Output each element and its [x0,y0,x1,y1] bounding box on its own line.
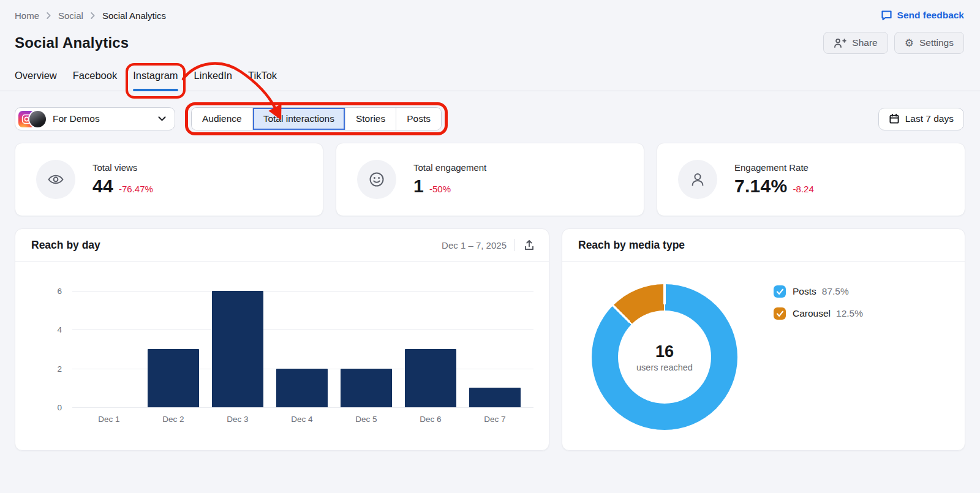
active-tab-underline [133,89,178,91]
report-segments-wrap: Audience Total interactions Stories Post… [191,107,442,130]
breadcrumb: Home Social Social Analytics [15,10,166,21]
checkbox-checked-icon[interactable] [774,307,786,320]
kpi-card-engagement-rate: Engagement Rate 7.14% -8.24 [657,143,965,216]
eye-icon [36,160,75,199]
chevron-down-icon [158,116,166,121]
reach-by-media-header: Reach by media type [562,229,965,262]
y-axis-tick: 0 [36,403,62,412]
bar-dec-5 [341,369,392,407]
title-row: Social Analytics Share ⚙ Settings [0,21,980,54]
y-axis-tick: 6 [36,287,62,296]
page-title: Social Analytics [15,34,129,51]
share-button[interactable]: Share [823,32,888,54]
tab-linkedin[interactable]: LinkedIn [194,70,232,91]
calendar-icon [889,113,900,124]
bar-dec-4 [276,369,328,407]
legend-item-posts[interactable]: Posts 87.5% [774,285,863,298]
tab-overview[interactable]: Overview [15,70,57,91]
legend-percent: 87.5% [822,286,849,297]
top-bar: Home Social Social Analytics Send feedba… [0,0,980,21]
kpi-value: 7.14% [734,176,788,197]
reach-by-day-header: Reach by day Dec 1 – 7, 2025 [15,229,549,262]
tab-facebook[interactable]: Facebook [73,70,117,91]
x-axis-tick: Dec 3 [210,415,265,424]
reach-by-day-card: Reach by day Dec 1 – 7, 2025 0246Dec 1De… [15,228,549,451]
bar-dec-3 [212,291,263,407]
kpi-card-total-engagement: Total engagement 1 -50% [336,143,644,216]
kpi-delta: -76.47% [119,184,153,194]
x-axis-tick: Dec 1 [81,415,137,424]
gear-icon: ⚙ [905,38,914,48]
x-axis-tick: Dec 7 [467,415,522,424]
settings-button[interactable]: ⚙ Settings [894,32,964,54]
annotation-circle-instagram [126,63,185,99]
gridline [72,291,533,292]
title-actions: Share ⚙ Settings [823,32,964,54]
chart-date-range: Dec 1 – 7, 2025 [442,240,507,250]
chevron-right-icon [47,12,51,19]
person-icon [678,160,717,199]
date-range-button[interactable]: Last 7 days [878,108,964,130]
segment-audience[interactable]: Audience [192,108,252,130]
kpi-row: Total views 44 -76.47% Total engagement … [15,143,965,216]
tab-tiktok[interactable]: TikTok [248,70,277,91]
reach-by-media-card: Reach by media type 16 users reached Pos… [562,228,965,451]
profile-name: For Demos [53,113,100,124]
donut-legend: Posts 87.5% Carousel 12.5% [774,285,863,320]
checkbox-checked-icon[interactable] [774,285,786,298]
send-feedback-link[interactable]: Send feedback [881,10,964,21]
gridline [72,329,533,330]
reach-by-day-bar-chart: 0246Dec 1Dec 2Dec 3Dec 4Dec 5Dec 6Dec 7 [15,262,549,451]
legend-label: Posts [793,286,816,297]
x-axis-tick: Dec 6 [403,415,458,424]
breadcrumb-home[interactable]: Home [15,10,39,21]
bar-dec-6 [405,349,456,407]
person-plus-icon [834,38,846,48]
y-axis-tick: 2 [36,364,62,373]
y-axis-tick: 4 [36,325,62,334]
card-title: Reach by media type [578,239,685,252]
profile-selector[interactable]: For Demos [15,107,175,130]
tab-instagram[interactable]: Instagram [133,70,178,91]
profile-avatar [29,111,46,127]
feedback-bubble-icon [881,10,892,21]
legend-percent: 12.5% [836,308,863,319]
kpi-value: 44 [92,176,113,197]
kpi-card-total-views: Total views 44 -76.47% [15,143,323,216]
x-axis-tick: Dec 5 [339,415,394,424]
x-axis-tick: Dec 4 [274,415,330,424]
bar-dec-7 [469,388,521,407]
bar-chart-area: 0246Dec 1Dec 2Dec 3Dec 4Dec 5Dec 6Dec 7 [15,262,549,451]
export-icon[interactable] [523,239,535,251]
kpi-label: Total views [92,162,153,173]
social-analytics-page: Home Social Social Analytics Send feedba… [0,0,980,493]
network-tabs: Overview Facebook Instagram LinkedIn Tik… [0,70,980,91]
breadcrumb-current: Social Analytics [102,10,166,21]
bar-dec-2 [148,349,199,407]
kpi-value: 1 [413,176,424,197]
segment-stories[interactable]: Stories [345,108,396,130]
charts-row: Reach by day Dec 1 – 7, 2025 0246Dec 1De… [15,228,965,451]
segment-total-interactions[interactable]: Total interactions [252,108,345,130]
users-reached-value: 16 [655,342,674,361]
gridline [72,407,533,408]
breadcrumb-social[interactable]: Social [58,10,83,21]
segment-posts[interactable]: Posts [396,108,441,130]
divider [514,239,515,251]
kpi-delta: -50% [429,184,451,194]
chevron-right-icon [91,12,95,19]
legend-item-carousel[interactable]: Carousel 12.5% [774,307,863,320]
x-axis-tick: Dec 2 [146,415,201,424]
donut-center-label: 16 users reached [592,284,737,430]
card-title: Reach by day [31,239,100,252]
kpi-label: Engagement Rate [734,162,814,173]
users-reached-caption: users reached [636,363,693,372]
kpi-delta: -8.24 [793,184,814,194]
report-segmented-control: Audience Total interactions Stories Post… [191,107,442,130]
controls-row: For Demos Audience Total interactions St… [0,107,980,130]
donut-chart-area: 16 users reached Posts 87.5% [562,262,965,451]
kpi-label: Total engagement [413,162,486,173]
legend-label: Carousel [793,308,831,319]
smiley-icon [357,160,396,199]
